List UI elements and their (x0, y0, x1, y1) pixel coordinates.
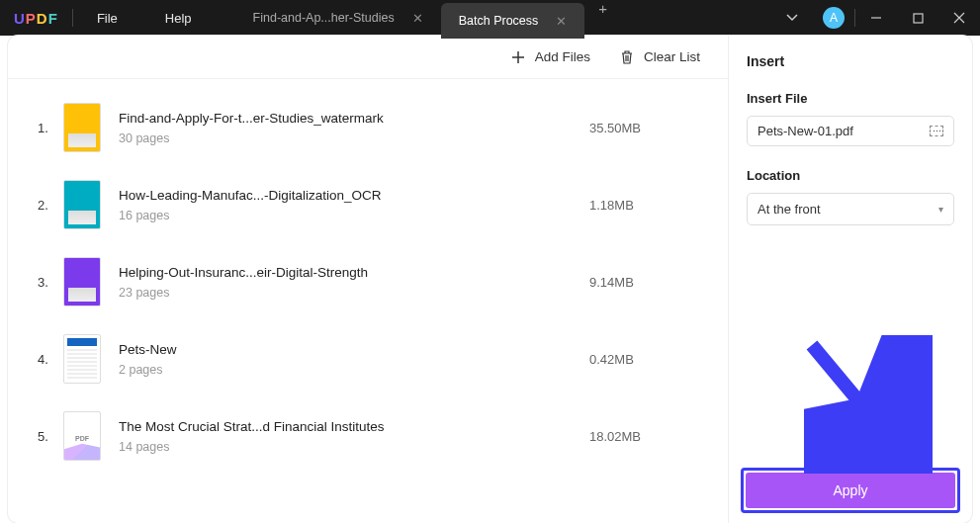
menu-file[interactable]: File (73, 11, 141, 26)
location-label: Location (747, 168, 954, 183)
row-number: 1. (38, 121, 63, 135)
window-maximize-icon[interactable] (897, 0, 938, 36)
sidebar-title: Insert (747, 53, 954, 69)
file-thumbnail: PDF (63, 411, 101, 461)
file-pages: 2 pages (119, 363, 589, 377)
tab-document[interactable]: Find-and-Ap...her-Studies ✕ (235, 0, 441, 36)
file-info: How-Leading-Manufac...-Digitalization_OC… (119, 188, 589, 222)
clear-list-button[interactable]: Clear List (620, 49, 700, 64)
browse-icon[interactable]: ⋯ (930, 126, 943, 136)
file-pages: 30 pages (119, 131, 589, 145)
file-row[interactable]: 3. Helping-Out-Insuranc...eir-Digital-St… (38, 243, 698, 320)
main-panel: Add Files Clear List 1. Find-and-Apply-F… (8, 36, 972, 523)
location-value: At the front (757, 202, 821, 217)
avatar[interactable]: A (823, 7, 845, 29)
chevron-down-icon[interactable] (771, 0, 813, 36)
trash-icon (620, 49, 634, 64)
close-icon[interactable]: ✕ (412, 11, 423, 26)
menu-help[interactable]: Help (141, 11, 216, 26)
file-list: 1. Find-and-Apply-For-t...er-Studies_wat… (8, 79, 728, 523)
file-size: 18.02MB (589, 429, 698, 444)
file-name: The Most Crucial Strat...d Financial Ins… (119, 419, 589, 434)
titlebar: UPDF File Help Find-and-Ap...her-Studies… (0, 0, 980, 36)
file-size: 0.42MB (589, 352, 698, 367)
svg-line-2 (812, 345, 901, 452)
add-files-button[interactable]: Add Files (511, 49, 590, 64)
file-size: 35.50MB (589, 121, 698, 135)
plus-icon (511, 50, 525, 64)
tab-label: Find-and-Ap...her-Studies (253, 11, 395, 25)
list-toolbar: Add Files Clear List (8, 36, 728, 79)
file-row[interactable]: 4. Pets-New 2 pages 0.42MB (38, 320, 698, 397)
file-size: 9.14MB (589, 275, 698, 290)
tab-batch-process[interactable]: Batch Process ✕ (441, 3, 585, 39)
location-select[interactable]: At the front ▾ (747, 193, 954, 225)
file-name: Helping-Out-Insuranc...eir-Digital-Stren… (119, 265, 589, 280)
file-pages: 14 pages (119, 440, 589, 454)
row-number: 3. (38, 275, 63, 290)
tab-strip: Find-and-Ap...her-Studies ✕ Batch Proces… (235, 0, 622, 36)
file-row[interactable]: 5. PDF The Most Crucial Strat...d Financ… (38, 397, 698, 475)
file-pages: 16 pages (119, 209, 589, 222)
row-number: 5. (38, 429, 63, 444)
add-files-label: Add Files (535, 49, 590, 64)
insert-file-label: Insert File (747, 91, 954, 106)
apply-button[interactable]: Apply (746, 473, 955, 508)
file-thumbnail (63, 103, 101, 152)
file-name: Pets-New (119, 342, 589, 357)
row-number: 2. (38, 198, 63, 213)
apply-highlight: Apply (741, 468, 960, 513)
chevron-down-icon: ▾ (938, 204, 943, 215)
window-close-icon[interactable] (938, 0, 980, 36)
row-number: 4. (38, 352, 63, 367)
file-info: Find-and-Apply-For-t...er-Studies_waterm… (119, 111, 589, 145)
new-tab-button[interactable]: + (584, 0, 621, 36)
file-row[interactable]: 2. How-Leading-Manufac...-Digitalization… (38, 166, 698, 243)
titlebar-right: A (771, 0, 980, 36)
close-icon[interactable]: ✕ (556, 14, 567, 29)
file-info: The Most Crucial Strat...d Financial Ins… (119, 419, 589, 454)
svg-rect-1 (914, 14, 923, 23)
clear-list-label: Clear List (644, 49, 700, 64)
app-logo: UPDF (0, 10, 72, 27)
pdf-badge: PDF (75, 435, 89, 442)
tab-label: Batch Process (459, 14, 539, 28)
file-info: Pets-New 2 pages (119, 342, 589, 377)
file-thumbnail (63, 334, 101, 384)
insert-sidebar: Insert Insert File Pets-New-01.pdf ⋯ Loc… (728, 36, 972, 523)
file-pages: 23 pages (119, 286, 589, 300)
file-info: Helping-Out-Insuranc...eir-Digital-Stren… (119, 265, 589, 300)
file-thumbnail (63, 257, 101, 306)
file-row[interactable]: 1. Find-and-Apply-For-t...er-Studies_wat… (38, 89, 698, 166)
file-name: How-Leading-Manufac...-Digitalization_OC… (119, 188, 589, 203)
file-size: 1.18MB (589, 198, 698, 213)
window-minimize-icon[interactable] (855, 0, 897, 36)
file-thumbnail (63, 180, 101, 229)
insert-file-value: Pets-New-01.pdf (757, 124, 853, 138)
content-area: Add Files Clear List 1. Find-and-Apply-F… (8, 36, 728, 523)
insert-file-field[interactable]: Pets-New-01.pdf ⋯ (747, 116, 954, 146)
annotation-arrow (804, 335, 933, 474)
file-name: Find-and-Apply-For-t...er-Studies_waterm… (119, 111, 589, 126)
